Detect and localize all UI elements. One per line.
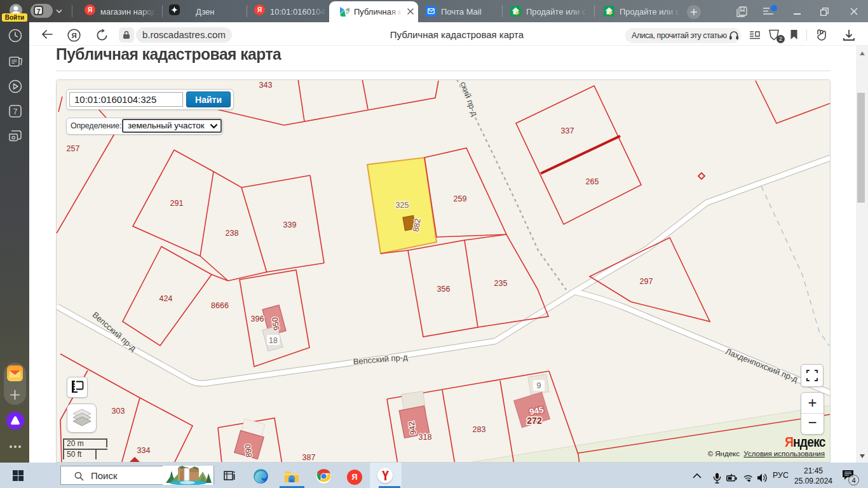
svg-text:325: 325 [396, 201, 409, 210]
svg-text:424: 424 [159, 294, 173, 303]
svg-text:334: 334 [137, 446, 151, 455]
svg-text:890: 890 [243, 444, 254, 458]
svg-text:387: 387 [302, 453, 316, 462]
svg-text:265: 265 [586, 177, 599, 186]
svg-text:8666: 8666 [211, 301, 229, 310]
svg-text:257: 257 [67, 144, 80, 153]
svg-text:9: 9 [537, 381, 541, 390]
svg-text:259: 259 [454, 194, 467, 203]
svg-text:297: 297 [640, 277, 653, 286]
svg-text:318: 318 [419, 433, 432, 442]
svg-text:Я: Я [71, 32, 76, 39]
svg-text:291: 291 [170, 199, 184, 208]
svg-text:7: 7 [13, 107, 18, 116]
svg-text:339: 339 [283, 220, 297, 229]
svg-text:235: 235 [494, 279, 508, 288]
svg-text:343: 343 [259, 81, 273, 90]
svg-text:283: 283 [473, 425, 486, 434]
svg-text:303: 303 [112, 407, 125, 416]
svg-text:356: 356 [437, 285, 451, 294]
svg-text:238: 238 [226, 229, 239, 238]
svg-text:272: 272 [527, 416, 542, 426]
svg-text:337: 337 [561, 126, 574, 135]
svg-text:18: 18 [269, 336, 278, 345]
svg-text:396: 396 [251, 315, 264, 323]
